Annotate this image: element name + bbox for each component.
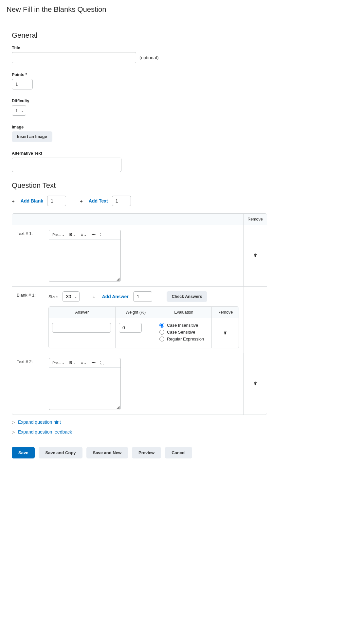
resize-handle-icon[interactable]: ◢ xyxy=(117,277,119,281)
plus-icon: + xyxy=(93,294,96,300)
answer-count-input[interactable] xyxy=(133,291,152,302)
rte-bold-button[interactable]: B ⌄ xyxy=(69,231,77,238)
delete-answer-button[interactable] xyxy=(223,330,228,337)
rte-text1[interactable]: Par... ⌄ B ⌄ ≡ ⌄ ••• ⛶ ◢ xyxy=(49,230,121,282)
weight-input[interactable] xyxy=(119,323,142,333)
plus-icon: + xyxy=(80,198,83,204)
plus-icon: + xyxy=(12,198,15,204)
title-optional: (optional) xyxy=(139,55,158,60)
triangle-right-icon: ▷ xyxy=(12,420,15,424)
eval-regex[interactable]: Regular Expression xyxy=(159,337,208,341)
answer-header: Answer xyxy=(49,307,116,318)
resize-handle-icon[interactable]: ◢ xyxy=(117,405,119,409)
rte-fullscreen-button[interactable]: ⛶ xyxy=(100,231,105,238)
rte-align-button[interactable]: ≡ ⌄ xyxy=(80,231,87,238)
save-button[interactable]: Save xyxy=(12,447,35,458)
question-text-heading: Question Text xyxy=(12,181,270,190)
expand-feedback-link[interactable]: Expand question feedback xyxy=(18,429,72,435)
question-table-header: Remove xyxy=(12,214,267,225)
cancel-button[interactable]: Cancel xyxy=(165,447,192,458)
alt-text-field: Alternative Text xyxy=(12,151,270,172)
eval-cs-radio[interactable] xyxy=(159,330,164,335)
title-input[interactable] xyxy=(12,52,136,63)
weight-header: Weight (%) xyxy=(116,307,156,318)
rte-paragraph-dropdown[interactable]: Par... ⌄ xyxy=(52,360,65,366)
add-answer-button[interactable]: Add Answer xyxy=(102,294,129,299)
question-table: Remove Text # 1: Par... ⌄ B ⌄ ≡ ⌄ ••• ⛶ … xyxy=(12,213,267,415)
text1-label: Text # 1: xyxy=(12,225,48,286)
blank1-label: Blank # 1: xyxy=(12,287,48,353)
points-input[interactable] xyxy=(12,79,33,89)
eval-re-radio[interactable] xyxy=(159,337,164,341)
blank-row-1: Blank # 1: Size: 30 ⌄ + Add Answer Ch xyxy=(12,287,267,353)
rte-paragraph-dropdown[interactable]: Par... ⌄ xyxy=(52,232,65,238)
save-and-new-button[interactable]: Save and New xyxy=(86,447,128,458)
points-label: Points * xyxy=(12,72,270,77)
content: General Title (optional) Points * Diffic… xyxy=(0,19,282,475)
save-and-copy-button[interactable]: Save and Copy xyxy=(39,447,82,458)
text-row-1: Text # 1: Par... ⌄ B ⌄ ≡ ⌄ ••• ⛶ ◢ xyxy=(12,225,267,287)
rte-more-button[interactable]: ••• xyxy=(91,231,96,238)
evaluation-header: Evaluation xyxy=(156,307,212,318)
rte-bold-button[interactable]: B ⌄ xyxy=(69,359,77,366)
rte-align-button[interactable]: ≡ ⌄ xyxy=(80,359,87,366)
difficulty-select[interactable]: 1 xyxy=(12,105,26,116)
preview-button[interactable]: Preview xyxy=(132,447,161,458)
rte-textarea-2[interactable]: ◢ xyxy=(49,368,120,410)
remove-header: Remove xyxy=(243,214,267,225)
text2-label: Text # 2: xyxy=(12,353,48,415)
alt-text-input[interactable] xyxy=(12,158,121,172)
difficulty-label: Difficulty xyxy=(12,99,270,103)
size-select[interactable]: 30 xyxy=(63,291,80,302)
eval-case-insensitive[interactable]: Case Insensitive xyxy=(159,323,208,328)
rte-text2[interactable]: Par... ⌄ B ⌄ ≡ ⌄ ••• ⛶ ◢ xyxy=(49,358,121,410)
size-label: Size: xyxy=(48,294,58,299)
delete-text1-button[interactable] xyxy=(253,253,258,259)
eval-case-sensitive[interactable]: Case Sensitive xyxy=(159,330,208,335)
rte-textarea-1[interactable]: ◢ xyxy=(49,240,120,281)
add-text-button[interactable]: Add Text xyxy=(89,198,108,204)
expand-hint-row: ▷ Expand question hint xyxy=(12,419,270,425)
general-heading: General xyxy=(12,31,270,40)
answer-input[interactable] xyxy=(52,323,111,333)
text-row-2: Text # 2: Par... ⌄ B ⌄ ≡ ⌄ ••• ⛶ ◢ xyxy=(12,353,267,415)
delete-text2-button[interactable] xyxy=(253,381,258,387)
eval-ci-radio[interactable] xyxy=(159,323,164,328)
alt-text-label: Alternative Text xyxy=(12,151,270,156)
insert-image-button[interactable]: Insert an Image xyxy=(12,131,52,142)
page-header: New Fill in the Blanks Question xyxy=(0,0,364,19)
title-field: Title (optional) xyxy=(12,46,270,63)
blank-count-input[interactable] xyxy=(47,196,66,206)
footer-buttons: Save Save and Copy Save and New Preview … xyxy=(12,447,270,458)
points-field: Points * xyxy=(12,72,270,89)
page-title: New Fill in the Blanks Question xyxy=(7,5,357,14)
text-count-input[interactable] xyxy=(112,196,131,206)
image-field: Image Insert an Image xyxy=(12,125,270,142)
add-blank-button[interactable]: Add Blank xyxy=(21,198,43,204)
expand-feedback-row: ▷ Expand question feedback xyxy=(12,429,270,435)
rte-more-button[interactable]: ••• xyxy=(91,359,96,366)
difficulty-field: Difficulty 1 ⌄ xyxy=(12,99,270,116)
image-label: Image xyxy=(12,125,270,129)
expand-hint-link[interactable]: Expand question hint xyxy=(18,419,61,425)
triangle-right-icon: ▷ xyxy=(12,430,15,434)
answer-table: Answer Weight (%) Evaluation Remove xyxy=(48,306,239,348)
rte-fullscreen-button[interactable]: ⛶ xyxy=(100,359,105,366)
title-label: Title xyxy=(12,46,270,50)
add-controls: + Add Blank + Add Text xyxy=(12,196,270,206)
check-answers-button[interactable]: Check Answers xyxy=(167,291,208,302)
remove-answer-header: Remove xyxy=(212,307,239,318)
